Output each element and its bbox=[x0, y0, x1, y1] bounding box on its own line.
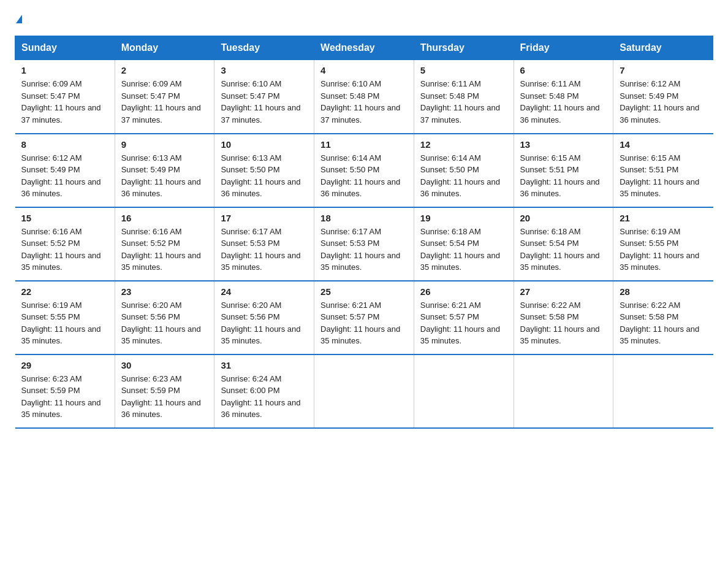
day-number: 10 bbox=[221, 139, 308, 150]
day-number: 7 bbox=[620, 65, 707, 75]
day-info: Sunrise: 6:22 AMSunset: 5:58 PMDaylight:… bbox=[520, 299, 607, 347]
calendar-cell: 28 Sunrise: 6:22 AMSunset: 5:58 PMDaylig… bbox=[613, 281, 713, 354]
day-number: 15 bbox=[21, 213, 108, 223]
calendar-table: SundayMondayTuesdayWednesdayThursdayFrid… bbox=[15, 36, 713, 429]
logo bbox=[15, 15, 22, 23]
week-row-2: 8 Sunrise: 6:12 AMSunset: 5:49 PMDayligh… bbox=[15, 134, 713, 207]
day-info: Sunrise: 6:23 AMSunset: 5:59 PMDaylight:… bbox=[121, 373, 208, 421]
week-row-4: 22 Sunrise: 6:19 AMSunset: 5:55 PMDaylig… bbox=[15, 281, 713, 354]
day-number: 5 bbox=[420, 65, 507, 75]
page-header bbox=[15, 15, 713, 23]
day-info: Sunrise: 6:09 AMSunset: 5:47 PMDaylight:… bbox=[121, 78, 208, 126]
calendar-cell bbox=[314, 354, 414, 428]
day-info: Sunrise: 6:13 AMSunset: 5:49 PMDaylight:… bbox=[121, 152, 208, 200]
calendar-cell bbox=[613, 354, 713, 428]
day-number: 4 bbox=[320, 65, 408, 75]
calendar-cell: 6 Sunrise: 6:11 AMSunset: 5:48 PMDayligh… bbox=[514, 60, 613, 134]
calendar-cell: 29 Sunrise: 6:23 AMSunset: 5:59 PMDaylig… bbox=[15, 354, 115, 428]
day-number: 13 bbox=[520, 139, 607, 150]
day-number: 19 bbox=[420, 213, 507, 223]
calendar-cell: 22 Sunrise: 6:19 AMSunset: 5:55 PMDaylig… bbox=[15, 281, 115, 354]
day-info: Sunrise: 6:21 AMSunset: 5:57 PMDaylight:… bbox=[320, 299, 408, 347]
day-number: 26 bbox=[420, 286, 507, 297]
day-number: 18 bbox=[320, 213, 408, 223]
calendar-cell: 5 Sunrise: 6:11 AMSunset: 5:48 PMDayligh… bbox=[414, 60, 514, 134]
day-info: Sunrise: 6:14 AMSunset: 5:50 PMDaylight:… bbox=[320, 152, 408, 200]
calendar-cell: 10 Sunrise: 6:13 AMSunset: 5:50 PMDaylig… bbox=[214, 134, 314, 207]
day-number: 8 bbox=[21, 139, 108, 150]
calendar-cell: 9 Sunrise: 6:13 AMSunset: 5:49 PMDayligh… bbox=[115, 134, 214, 207]
day-info: Sunrise: 6:15 AMSunset: 5:51 PMDaylight:… bbox=[520, 152, 607, 200]
day-number: 16 bbox=[121, 213, 208, 223]
day-header-friday: Friday bbox=[514, 36, 613, 60]
calendar-cell: 18 Sunrise: 6:17 AMSunset: 5:53 PMDaylig… bbox=[314, 207, 414, 281]
calendar-cell: 24 Sunrise: 6:20 AMSunset: 5:56 PMDaylig… bbox=[214, 281, 314, 354]
day-header-monday: Monday bbox=[115, 36, 214, 60]
calendar-cell: 11 Sunrise: 6:14 AMSunset: 5:50 PMDaylig… bbox=[314, 134, 414, 207]
calendar-header: SundayMondayTuesdayWednesdayThursdayFrid… bbox=[15, 36, 713, 60]
day-info: Sunrise: 6:17 AMSunset: 5:53 PMDaylight:… bbox=[320, 226, 408, 274]
day-info: Sunrise: 6:18 AMSunset: 5:54 PMDaylight:… bbox=[520, 226, 607, 274]
calendar-cell: 13 Sunrise: 6:15 AMSunset: 5:51 PMDaylig… bbox=[514, 134, 613, 207]
day-number: 11 bbox=[320, 139, 408, 150]
day-info: Sunrise: 6:20 AMSunset: 5:56 PMDaylight:… bbox=[121, 299, 208, 347]
calendar-cell bbox=[514, 354, 613, 428]
calendar-cell bbox=[414, 354, 514, 428]
day-info: Sunrise: 6:11 AMSunset: 5:48 PMDaylight:… bbox=[520, 78, 607, 126]
calendar-cell: 20 Sunrise: 6:18 AMSunset: 5:54 PMDaylig… bbox=[514, 207, 613, 281]
day-number: 30 bbox=[121, 360, 208, 370]
day-number: 14 bbox=[620, 139, 707, 150]
calendar-cell: 7 Sunrise: 6:12 AMSunset: 5:49 PMDayligh… bbox=[613, 60, 713, 134]
week-row-5: 29 Sunrise: 6:23 AMSunset: 5:59 PMDaylig… bbox=[15, 354, 713, 428]
day-number: 6 bbox=[520, 65, 607, 75]
day-number: 3 bbox=[221, 65, 308, 75]
calendar-cell: 16 Sunrise: 6:16 AMSunset: 5:52 PMDaylig… bbox=[115, 207, 214, 281]
day-header-sunday: Sunday bbox=[15, 36, 115, 60]
calendar-cell: 4 Sunrise: 6:10 AMSunset: 5:48 PMDayligh… bbox=[314, 60, 414, 134]
day-info: Sunrise: 6:10 AMSunset: 5:48 PMDaylight:… bbox=[320, 78, 408, 126]
day-info: Sunrise: 6:12 AMSunset: 5:49 PMDaylight:… bbox=[21, 152, 108, 200]
day-number: 31 bbox=[221, 360, 308, 370]
day-number: 23 bbox=[121, 286, 208, 297]
calendar-cell: 2 Sunrise: 6:09 AMSunset: 5:47 PMDayligh… bbox=[115, 60, 214, 134]
day-header-saturday: Saturday bbox=[613, 36, 713, 60]
logo-triangle-icon bbox=[16, 15, 22, 23]
days-of-week-row: SundayMondayTuesdayWednesdayThursdayFrid… bbox=[15, 36, 713, 60]
day-info: Sunrise: 6:09 AMSunset: 5:47 PMDaylight:… bbox=[21, 78, 108, 126]
calendar-cell: 27 Sunrise: 6:22 AMSunset: 5:58 PMDaylig… bbox=[514, 281, 613, 354]
calendar-cell: 19 Sunrise: 6:18 AMSunset: 5:54 PMDaylig… bbox=[414, 207, 514, 281]
calendar-cell: 26 Sunrise: 6:21 AMSunset: 5:57 PMDaylig… bbox=[414, 281, 514, 354]
day-info: Sunrise: 6:20 AMSunset: 5:56 PMDaylight:… bbox=[221, 299, 308, 347]
day-number: 12 bbox=[420, 139, 507, 150]
day-number: 28 bbox=[620, 286, 707, 297]
calendar-cell: 1 Sunrise: 6:09 AMSunset: 5:47 PMDayligh… bbox=[15, 60, 115, 134]
calendar-cell: 8 Sunrise: 6:12 AMSunset: 5:49 PMDayligh… bbox=[15, 134, 115, 207]
day-number: 20 bbox=[520, 213, 607, 223]
week-row-1: 1 Sunrise: 6:09 AMSunset: 5:47 PMDayligh… bbox=[15, 60, 713, 134]
calendar-cell: 21 Sunrise: 6:19 AMSunset: 5:55 PMDaylig… bbox=[613, 207, 713, 281]
day-number: 1 bbox=[21, 65, 108, 75]
calendar-cell: 30 Sunrise: 6:23 AMSunset: 5:59 PMDaylig… bbox=[115, 354, 214, 428]
day-number: 17 bbox=[221, 213, 308, 223]
day-info: Sunrise: 6:24 AMSunset: 6:00 PMDaylight:… bbox=[221, 373, 308, 421]
day-info: Sunrise: 6:12 AMSunset: 5:49 PMDaylight:… bbox=[620, 78, 707, 126]
day-info: Sunrise: 6:22 AMSunset: 5:58 PMDaylight:… bbox=[620, 299, 707, 347]
day-info: Sunrise: 6:21 AMSunset: 5:57 PMDaylight:… bbox=[420, 299, 507, 347]
day-number: 27 bbox=[520, 286, 607, 297]
day-header-tuesday: Tuesday bbox=[214, 36, 314, 60]
calendar-cell: 12 Sunrise: 6:14 AMSunset: 5:50 PMDaylig… bbox=[414, 134, 514, 207]
day-info: Sunrise: 6:14 AMSunset: 5:50 PMDaylight:… bbox=[420, 152, 507, 200]
day-info: Sunrise: 6:13 AMSunset: 5:50 PMDaylight:… bbox=[221, 152, 308, 200]
calendar-cell: 14 Sunrise: 6:15 AMSunset: 5:51 PMDaylig… bbox=[613, 134, 713, 207]
day-number: 21 bbox=[620, 213, 707, 223]
day-number: 25 bbox=[320, 286, 408, 297]
day-info: Sunrise: 6:18 AMSunset: 5:54 PMDaylight:… bbox=[420, 226, 507, 274]
day-info: Sunrise: 6:11 AMSunset: 5:48 PMDaylight:… bbox=[420, 78, 507, 126]
week-row-3: 15 Sunrise: 6:16 AMSunset: 5:52 PMDaylig… bbox=[15, 207, 713, 281]
day-number: 2 bbox=[121, 65, 208, 75]
day-info: Sunrise: 6:17 AMSunset: 5:53 PMDaylight:… bbox=[221, 226, 308, 274]
day-info: Sunrise: 6:16 AMSunset: 5:52 PMDaylight:… bbox=[21, 226, 108, 274]
day-info: Sunrise: 6:16 AMSunset: 5:52 PMDaylight:… bbox=[121, 226, 208, 274]
day-number: 22 bbox=[21, 286, 108, 297]
day-info: Sunrise: 6:15 AMSunset: 5:51 PMDaylight:… bbox=[620, 152, 707, 200]
